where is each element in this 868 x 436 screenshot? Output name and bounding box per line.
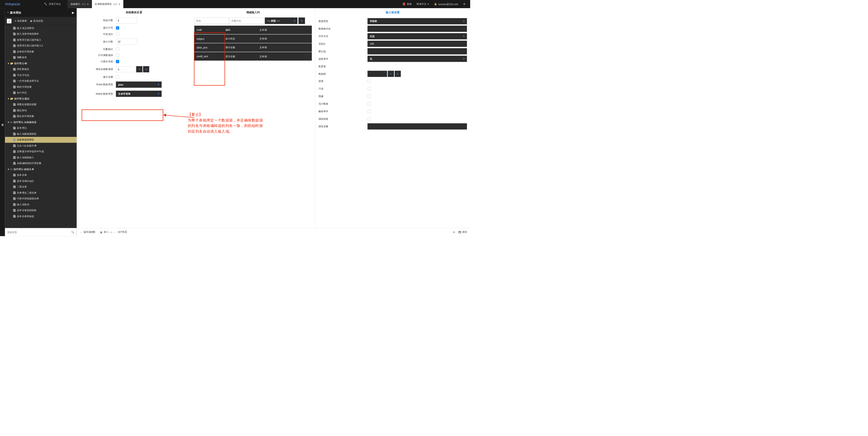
col-display-input[interactable] <box>230 18 264 24</box>
data-format-input[interactable] <box>367 26 467 32</box>
column-row[interactable]: code编码文本框 <box>194 26 312 34</box>
tree-item[interactable]: 基本表单初始值 <box>5 213 76 219</box>
user-menu[interactable]: 🔒soooon@126.com <box>434 3 458 6</box>
can-delete-checkbox[interactable] <box>116 48 119 51</box>
clear-ds-button[interactable]: ⊘ <box>395 71 401 77</box>
can-add-checkbox[interactable] <box>116 33 119 36</box>
close-icon[interactable]: × <box>119 2 121 6</box>
bind-ds-input[interactable]: 1: <box>116 66 135 72</box>
crumb-2[interactable]: 组件配置 <box>118 231 127 234</box>
align-select[interactable]: 左边▾ <box>367 33 467 39</box>
norowdata-checkbox[interactable] <box>367 102 371 106</box>
tree-item[interactable]: 树的可用变量 <box>5 84 76 90</box>
tree-group-chart[interactable]: ▾📂组件用法-图表 <box>5 95 76 101</box>
tree-item[interactable]: 一次性加载全部节点 <box>5 78 76 84</box>
tab-free-window[interactable]: 自由窗口153× <box>67 0 92 8</box>
save-button[interactable]: 💾保存 <box>458 231 467 234</box>
edit-ds-button[interactable]: ✎ <box>388 71 394 77</box>
tree-item[interactable]: 主表->从表格详情 <box>5 143 76 149</box>
play-icon[interactable]: ▶ <box>72 11 74 14</box>
col-type-select[interactable]: ---- 类型 ----▾ <box>265 18 298 24</box>
tree-item[interactable]: 图表联动 <box>5 107 76 113</box>
language-select[interactable]: 简体中文▾ <box>416 2 429 5</box>
show-rowno-checkbox[interactable]: ✓ <box>116 26 119 30</box>
reorder-checkbox[interactable] <box>116 54 119 57</box>
tree-item[interactable]: 行操作按钮超级表单 <box>5 196 76 202</box>
tree-group-super-form[interactable]: ▾🗁组件用法-超级表单 <box>5 166 76 172</box>
annotation-text: 【要点】 为整个表格绑定一个数据源，并且确保数据源 的列名与表格编辑器的列名一致… <box>188 112 263 135</box>
width-input[interactable]: 120 <box>367 41 467 47</box>
tree-group-tree[interactable]: ▾📂组件用法-树 <box>5 60 76 66</box>
footer-checkbox[interactable] <box>116 76 119 79</box>
search-icon[interactable]: 🔍 <box>71 231 74 234</box>
tree-item[interactable]: 输入域联动 <box>5 201 76 207</box>
tree-item[interactable]: 基本用法 <box>5 125 76 131</box>
matrix-type-select[interactable]: 文本字符串▾ <box>116 91 162 97</box>
tree-item[interactable]: 输入域数据源绑定 <box>5 131 76 137</box>
default-input[interactable] <box>367 48 467 55</box>
trigger-checkbox[interactable] <box>367 110 371 113</box>
tree-item[interactable]: 输入域辅助输入 <box>5 154 76 161</box>
tree-item-active[interactable]: 表格数据源绑定 <box>5 137 76 143</box>
tree-item[interactable]: 表单弹出二维表单 <box>5 190 76 196</box>
folder-icon: 📂 <box>10 97 13 100</box>
rail-tab-nav[interactable]: 导航配置 <box>0 8 0 236</box>
caret-icon: ▾ <box>8 97 9 100</box>
hover-checkbox[interactable]: ✓ <box>116 60 119 63</box>
chevron-left-icon[interactable]: ‹ <box>7 11 8 14</box>
column-row[interactable]: credit_amt贷方金额文本框 <box>194 52 312 61</box>
tree-item[interactable]: 二维表单 <box>5 184 76 190</box>
tree-item[interactable]: 输入域事件响应脚本 <box>5 31 76 37</box>
data-type-select[interactable]: 字符串▾ <box>367 18 467 24</box>
tree-item[interactable]: 饼图柱状图折线图 <box>5 101 76 108</box>
tree-item[interactable]: 表格编辑器的可用变量 <box>5 161 76 167</box>
close-icon[interactable]: × <box>87 2 89 6</box>
search-input[interactable] <box>7 231 71 233</box>
tree-group-table-editor[interactable]: ▾🗁组件用法-表格编辑器 <box>5 119 76 125</box>
tree-item[interactable]: 输入域之间联动 <box>5 25 76 31</box>
expand-icon[interactable]: ⤢ <box>7 19 11 23</box>
tree-item[interactable]: 使用其它窗口组件输入 <box>5 37 76 43</box>
add-menu-button[interactable]: +添加菜单 <box>15 19 27 22</box>
bind-var-input[interactable] <box>367 123 467 130</box>
tree-item[interactable]: 基本表单 <box>5 172 76 178</box>
rows-type-select[interactable]: json▾ <box>116 81 162 88</box>
tree-item[interactable]: 绑定数据表 <box>5 66 76 72</box>
crumb-1[interactable]: 窗口 <box>104 231 108 234</box>
add-page-button[interactable]: ✚添加页面 <box>30 19 43 22</box>
validate-select[interactable]: 无▾ <box>367 56 467 62</box>
panel-title: 增减输入列 <box>194 10 312 14</box>
aux-btn-checkbox[interactable] <box>367 117 371 121</box>
tree-item[interactable]: 页脚显示求和值和平均值 <box>5 149 76 155</box>
tree-item[interactable]: 会计科目 <box>5 90 76 96</box>
disabled-checkbox[interactable] <box>367 80 371 83</box>
tree-item[interactable]: 节点可勾选 <box>5 72 76 78</box>
edit-ds-button[interactable]: ✎ <box>136 66 143 72</box>
sidebar-title: 基本用法 <box>10 10 21 14</box>
tab-table-ds-bind[interactable]: 表格数据源绑定187× <box>92 0 124 8</box>
column-row[interactable]: subject会计科目文本框 <box>194 34 312 43</box>
workbench-link[interactable]: 🔧 开发工作台 <box>41 2 64 5</box>
rail-tab-pages[interactable]: 页面管理 <box>0 8 5 236</box>
add-column-button[interactable]: + <box>299 18 305 24</box>
file-icon <box>13 215 16 218</box>
init-rows-input[interactable] <box>116 18 137 24</box>
tree-item[interactable]: 基本表单(copy) <box>5 178 76 184</box>
label: 数据源 <box>318 72 368 76</box>
column-row[interactable]: debit_amt借方金额文本框 <box>194 43 312 52</box>
tree-item[interactable]: 表单的可用变量 <box>5 49 76 55</box>
tree-item[interactable]: 基本表单基础校验 <box>5 207 76 213</box>
back-button[interactable]: ←返回流程图 <box>80 231 95 234</box>
clear-ds-button[interactable]: ⊘ <box>143 66 150 72</box>
tree-item[interactable]: 使用其它窗口组件输入2 <box>5 43 76 49</box>
ds-input[interactable] <box>367 71 387 77</box>
hidden-checkbox[interactable] <box>367 95 371 98</box>
settings-gear[interactable]: ⚙ <box>463 3 465 6</box>
col-name-input[interactable] <box>194 18 229 24</box>
max-rows-input[interactable] <box>116 38 137 45</box>
tree-item[interactable]: 图表的可用变量 <box>5 113 76 119</box>
refresh-button[interactable]: ⟳ <box>453 231 455 234</box>
readonly-checkbox[interactable] <box>367 87 371 90</box>
tree-item[interactable]: 增删改查 <box>5 55 76 61</box>
tutorial-link[interactable]: 📕教程 <box>402 2 412 5</box>
